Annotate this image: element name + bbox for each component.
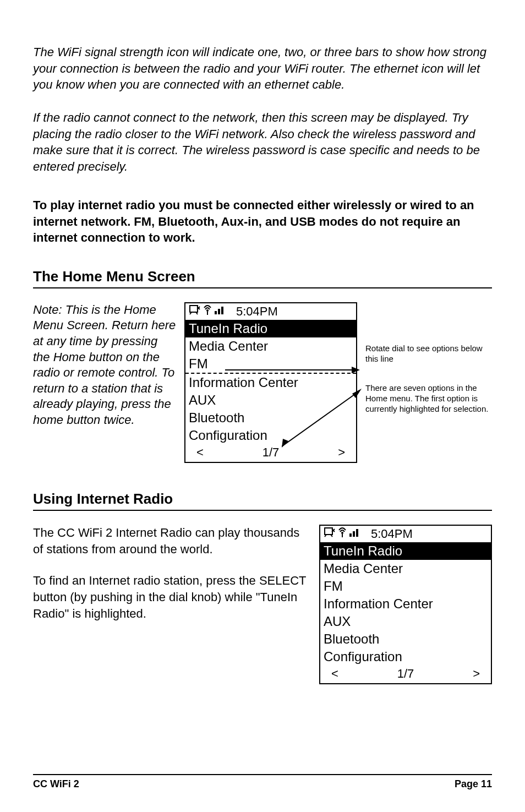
svg-rect-10	[325, 528, 332, 535]
lcd1-time: 5:04PM	[236, 304, 278, 319]
svg-point-13	[341, 532, 343, 534]
lcd2-footer-right: >	[473, 667, 480, 681]
lcd2-item-aux: AUX	[320, 613, 491, 630]
ethernet-icon	[324, 527, 336, 541]
lcd2-item-config: Configuration	[320, 648, 491, 666]
lcd2-footer: < 1/7 >	[320, 666, 491, 683]
using-radio-text: The CC WiFi 2 Internet Radio can play th…	[33, 525, 308, 637]
home-menu-layout: Note: This is the Home Menu Screen. Retu…	[33, 302, 492, 463]
lcd1-footer-left: <	[196, 445, 204, 460]
svg-rect-7	[221, 307, 223, 314]
lcd1-footer-center: 1/7	[262, 445, 280, 460]
lcd2-footer-center: 1/7	[397, 667, 414, 681]
lcd2-item-fm: FM	[320, 577, 491, 595]
svg-line-9	[282, 391, 359, 446]
home-menu-heading: The Home Menu Screen	[33, 268, 492, 288]
using-radio-heading: Using Internet Radio	[33, 491, 492, 511]
wifi-antenna-icon	[202, 304, 213, 319]
svg-rect-15	[349, 533, 352, 537]
lcd2-highlight-item: TuneIn Radio	[320, 542, 491, 560]
footer-right: Page 11	[455, 778, 492, 790]
lcd2-footer-left: <	[331, 667, 338, 681]
svg-point-3	[206, 309, 209, 312]
lcd2-item-info: Information Center	[320, 595, 491, 613]
svg-rect-6	[218, 309, 220, 314]
lcd2-time: 5:04PM	[371, 527, 413, 541]
footer-left: CC WiFi 2	[33, 778, 79, 790]
using-p1: The CC WiFi 2 Internet Radio can play th…	[33, 525, 308, 557]
wifi-signal-paragraph: The WiFi signal strength icon will indic…	[33, 44, 492, 93]
lcd2-item-bluetooth: Bluetooth	[320, 630, 491, 648]
lcd-screen-1: 5:04PM TuneIn Radio Media Center FM Info…	[184, 302, 357, 463]
using-p2: To find an Internet radio station, press…	[33, 573, 308, 622]
svg-rect-0	[190, 306, 198, 312]
lcd-screen-2: 5:04PM TuneIn Radio Media Center FM Info…	[319, 525, 492, 684]
cannot-connect-paragraph: If the radio cannot connect to the netwo…	[33, 110, 492, 175]
callout-line-bottom	[282, 386, 364, 452]
svg-rect-5	[215, 311, 217, 314]
svg-rect-16	[353, 531, 355, 537]
page-footer: CC WiFi 2 Page 11	[33, 774, 492, 790]
callout-rotate: Rotate dial to see options below this li…	[365, 344, 492, 364]
lcd1-status-bar: 5:04PM	[185, 303, 356, 320]
signal-bars-icon	[349, 527, 360, 541]
lcd2-item-media: Media Center	[320, 560, 491, 577]
wifi-antenna-icon	[337, 527, 348, 541]
lcd2-status-bar: 5:04PM	[320, 526, 491, 542]
signal-bars-icon	[214, 304, 225, 319]
svg-rect-17	[356, 529, 358, 537]
lcd1-highlight-item: TuneIn Radio	[185, 320, 356, 337]
callouts-column: Rotate dial to see options below this li…	[365, 302, 492, 415]
using-radio-layout: The CC WiFi 2 Internet Radio can play th…	[33, 525, 492, 684]
callout-line-top	[225, 366, 363, 377]
callout-seven: There are seven options in the Home menu…	[365, 383, 492, 414]
home-menu-note: Note: This is the Home Menu Screen. Retu…	[33, 302, 176, 428]
lcd1-item-media: Media Center	[185, 337, 356, 355]
ethernet-icon	[189, 304, 201, 319]
to-play-paragraph: To play internet radio you must be conne…	[33, 197, 492, 246]
